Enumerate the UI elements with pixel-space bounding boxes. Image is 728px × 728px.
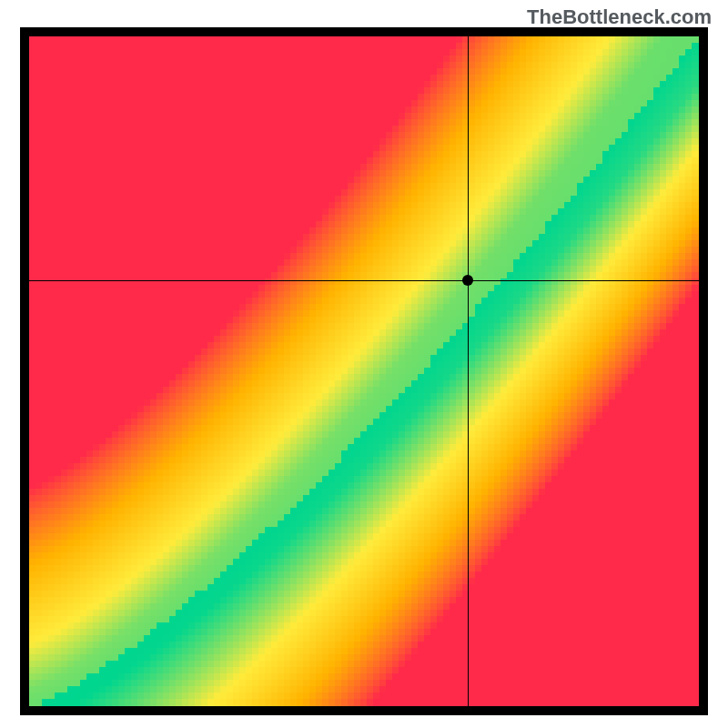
plot-area [29,36,699,706]
crosshair-horizontal [29,280,699,281]
heatmap-canvas [29,36,699,706]
plot-frame [20,27,708,715]
data-point-marker [462,275,473,286]
crosshair-vertical [468,36,469,706]
attribution-text: TheBottleneck.com [527,5,712,29]
